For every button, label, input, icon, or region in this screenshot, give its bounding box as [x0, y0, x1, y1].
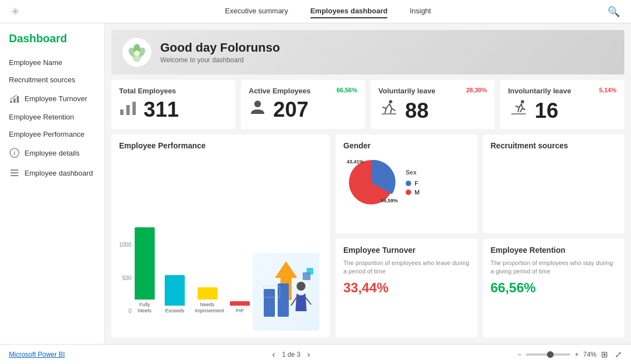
- pct-red-label: 56,59%: [381, 198, 398, 203]
- pbi-link[interactable]: Microsoft Power BI: [9, 351, 65, 358]
- stat-body: 16: [508, 98, 617, 122]
- page-indicator: 1 de 3: [282, 351, 300, 358]
- stat-header: Active Employees 66,56%: [249, 87, 357, 95]
- middle-column: Gender 43,41% 56,59%: [336, 134, 477, 337]
- app-logo: ✳: [11, 6, 19, 18]
- run2-icon: [508, 98, 528, 122]
- stat-value: 16: [535, 100, 558, 121]
- sidebar-item-employee-details[interactable]: i Employee details: [0, 143, 104, 163]
- svg-rect-6: [11, 172, 18, 173]
- sidebar-item-recruitment-sources[interactable]: Recruitment sources: [0, 71, 104, 88]
- bar-group-fully-meets: Fully Meets: [135, 227, 155, 314]
- bar-group-pip: PIP: [230, 301, 250, 314]
- svg-rect-23: [278, 283, 289, 317]
- stat-total-employees: Total Employees 311: [111, 80, 235, 129]
- svg-point-12: [134, 51, 140, 56]
- svg-point-16: [254, 101, 261, 107]
- nav-employees-dashboard[interactable]: Employees dashboard: [310, 4, 388, 18]
- legend-label-male: M: [415, 189, 420, 196]
- prev-page-button[interactable]: ‹: [272, 350, 275, 360]
- right-column: Recruitment sources Employee Retention T…: [483, 134, 625, 337]
- legend-label-female: F: [415, 180, 418, 187]
- performance-title: Employee Performance: [119, 141, 322, 150]
- sidebar-title: Dashboard: [0, 32, 104, 54]
- turnover-icon: [9, 93, 20, 104]
- svg-point-19: [521, 100, 524, 103]
- bar-label: Fully Meets: [135, 302, 155, 314]
- sidebar-item-employee-name[interactable]: Employee Name: [0, 54, 104, 71]
- zoom-minus[interactable]: −: [517, 351, 521, 358]
- subtitle-text: Welcome to your dashboard: [160, 56, 280, 64]
- stat-body: 88: [378, 98, 487, 122]
- bottom-bar: Microsoft Power BI ‹ 1 de 3 › − + 74% ⊞ …: [0, 344, 631, 364]
- stat-title: Involuntarily leave: [508, 87, 571, 95]
- sidebar-item-employee-performance[interactable]: Employee Performance: [0, 126, 104, 143]
- bar-label: PIP: [236, 308, 244, 314]
- pie-area: 43,41% 56,59% Sex F M: [343, 154, 470, 210]
- stat-pct: 66,56%: [337, 87, 357, 93]
- svg-line-26: [305, 297, 311, 305]
- stat-header: Involuntarily leave 5,14%: [508, 87, 617, 95]
- sidebar-label: Employee Performance: [9, 130, 85, 138]
- sidebar-label: Employee details: [24, 149, 80, 157]
- svg-rect-2: [17, 96, 19, 103]
- zoom-plus[interactable]: +: [575, 351, 579, 358]
- svg-rect-5: [11, 169, 18, 171]
- gender-card: Gender 43,41% 56,59%: [336, 134, 477, 233]
- pct-blue-label: 43,41%: [347, 159, 364, 164]
- nav-insight[interactable]: Insight: [410, 4, 431, 18]
- legend-dot-male: [406, 190, 411, 195]
- stat-active-employees: Active Employees 66,56% 207: [241, 80, 365, 129]
- turnover-description: The proportion of employees who leave du…: [343, 259, 470, 276]
- pie-chart: 43,41% 56,59%: [343, 154, 399, 210]
- bar-chart-icon: [119, 98, 137, 120]
- bottom-icons: ⊞ ⤢: [601, 350, 622, 360]
- bar-exceeds: [165, 275, 185, 306]
- turnover-value: 33,44%: [343, 280, 470, 296]
- svg-rect-1: [13, 98, 16, 103]
- svg-rect-22: [264, 289, 275, 317]
- zoom-slider[interactable]: [526, 353, 570, 356]
- svg-rect-7: [11, 175, 18, 176]
- svg-rect-0: [10, 101, 12, 103]
- pagination: ‹ 1 de 3 ›: [272, 350, 310, 360]
- nav-links: Executive summary Employees dashboard In…: [36, 4, 620, 18]
- sidebar: Dashboard Employee Name Recruitment sour…: [0, 23, 105, 344]
- stat-involuntarily-leave: Involuntarily leave 5,14% 16: [500, 80, 624, 129]
- stat-title: Active Employees: [249, 87, 310, 95]
- run-icon: [378, 98, 398, 122]
- search-icon[interactable]: 🔍: [608, 6, 620, 18]
- svg-text:i: i: [13, 149, 15, 156]
- bar-fully-meets: [135, 227, 155, 300]
- stat-header: Voluntarily leave 28,30%: [378, 87, 487, 95]
- sidebar-item-employee-dashboard[interactable]: Employee dashboard: [0, 163, 104, 183]
- sidebar-label: Recruitment sources: [9, 76, 75, 84]
- sidebar-label: Employee Name: [9, 58, 62, 67]
- stat-body: 207: [249, 98, 357, 120]
- retention-description: The proportion of employees who stay dur…: [491, 259, 617, 276]
- next-page-button[interactable]: ›: [307, 350, 310, 360]
- stat-body: 311: [119, 98, 228, 120]
- greeting-text: Good day Folorunso: [160, 41, 280, 55]
- sidebar-label: Employee Turnover: [24, 94, 87, 103]
- stat-pct: 28,30%: [466, 87, 487, 93]
- stat-value: 207: [273, 99, 308, 120]
- bar-chart: 1000 500 0 Fully Meets Exceeds: [119, 242, 250, 331]
- zoom-thumb: [547, 351, 554, 358]
- sidebar-item-employee-retention[interactable]: Employee Retention: [0, 108, 104, 126]
- info-icon: i: [9, 147, 20, 158]
- zoom-control: − + 74% ⊞ ⤢: [517, 350, 622, 360]
- legend-title: Sex: [406, 169, 420, 176]
- sidebar-label: Employee dashboard: [24, 169, 93, 177]
- content-area: Good day Folorunso Welcome to your dashb…: [105, 23, 631, 344]
- stat-value: 311: [144, 99, 179, 120]
- sidebar-item-employee-turnover[interactable]: Employee Turnover: [0, 88, 104, 108]
- zoom-level: 74%: [583, 351, 597, 358]
- pie-legend: Sex F M: [406, 169, 420, 196]
- svg-line-25: [291, 297, 297, 306]
- bars-container: Fully Meets Exceeds NeedsImprovement: [119, 242, 250, 314]
- nav-executive-summary[interactable]: Executive summary: [225, 4, 288, 18]
- fit-to-window-icon[interactable]: ⊞: [601, 350, 608, 360]
- fullscreen-icon[interactable]: ⤢: [615, 350, 622, 360]
- header-text: Good day Folorunso Welcome to your dashb…: [160, 41, 280, 64]
